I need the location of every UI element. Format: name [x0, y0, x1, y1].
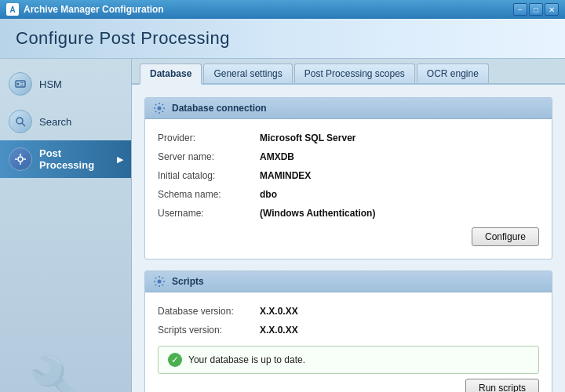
hsm-icon: [8, 71, 33, 96]
gear-icon: [153, 102, 166, 114]
username-value: (Windows Authentication): [260, 208, 375, 219]
server-name-label: Server name:: [158, 151, 260, 162]
username-label: Username:: [158, 208, 260, 219]
run-scripts-btn-row: Run scripts: [158, 374, 539, 392]
panel-content: Database connection Provider: Microsoft …: [132, 85, 565, 392]
tab-ocr-engine[interactable]: OCR engine: [417, 64, 489, 83]
status-ok-icon: ✓: [168, 353, 182, 367]
svg-point-1: [17, 83, 20, 85]
tab-general-settings[interactable]: General settings: [203, 64, 292, 83]
post-processing-icon: [8, 147, 33, 172]
initial-catalog-label: Initial catalog:: [158, 170, 260, 181]
initial-catalog-value: MAMINDEX: [260, 170, 311, 181]
scripts-header: Scripts: [145, 271, 552, 292]
tab-post-processing-scopes[interactable]: Post Processing scopes: [294, 64, 415, 83]
sidebar-item-search[interactable]: Search: [0, 103, 131, 140]
svg-rect-3: [20, 85, 24, 85]
scripts-version-row: Scripts version: X.X.0.XX: [158, 321, 539, 339]
database-connection-body: Provider: Microsoft SQL Server Server na…: [145, 119, 552, 259]
server-name-value: AMXDB: [260, 151, 294, 162]
database-connection-section: Database connection Provider: Microsoft …: [144, 97, 552, 260]
svg-rect-2: [20, 82, 24, 83]
app-icon: A: [6, 3, 19, 16]
database-version-row: Database version: X.X.0.XX: [158, 302, 539, 321]
scripts-version-value: X.X.0.XX: [260, 325, 298, 336]
svg-point-6: [18, 157, 23, 162]
scripts-section: Scripts Database version: X.X.0.XX Scrip…: [144, 270, 552, 392]
bg-wrench-icon: 🔧: [0, 353, 131, 392]
svg-line-5: [22, 123, 25, 126]
sidebar-label-search: Search: [39, 116, 71, 128]
schema-name-row: Schema name: dbo: [158, 185, 539, 204]
body-area: HSM Search: [0, 59, 565, 392]
title-bar: A Archive Manager Configuration − □ ✕: [0, 0, 565, 19]
provider-label: Provider:: [158, 132, 260, 143]
username-row: Username: (Windows Authentication): [158, 204, 539, 223]
configure-btn-row: Configure: [158, 223, 539, 249]
tab-database[interactable]: Database: [140, 64, 202, 85]
svg-point-12: [158, 280, 162, 284]
title-bar-text: Archive Manager Configuration: [24, 4, 508, 15]
status-message: Your database is up to date.: [188, 354, 305, 365]
server-name-row: Server name: AMXDB: [158, 147, 539, 166]
page-title-bar: Configure Post Processing: [0, 19, 565, 59]
sidebar: HSM Search: [0, 59, 132, 392]
search-icon: [8, 109, 33, 134]
window-controls: − □ ✕: [513, 3, 559, 16]
database-connection-header: Database connection: [145, 98, 552, 119]
close-button[interactable]: ✕: [545, 3, 559, 16]
arrow-icon: ▶: [117, 154, 123, 165]
status-box: ✓ Your database is up to date.: [158, 346, 539, 374]
scripts-body: Database version: X.X.0.XX Scripts versi…: [145, 292, 552, 392]
database-version-label: Database version:: [158, 306, 260, 317]
sidebar-label-hsm: HSM: [39, 78, 62, 90]
schema-name-label: Schema name:: [158, 189, 260, 200]
scripts-version-label: Scripts version:: [158, 325, 260, 336]
page-title: Configure Post Processing: [16, 28, 549, 49]
sidebar-item-hsm[interactable]: HSM: [0, 65, 131, 103]
svg-point-4: [16, 118, 23, 124]
provider-value: Microsoft SQL Server: [260, 132, 355, 143]
initial-catalog-row: Initial catalog: MAMINDEX: [158, 166, 539, 185]
minimize-button[interactable]: −: [513, 3, 527, 16]
configure-button[interactable]: Configure: [472, 227, 539, 246]
gear-icon-scripts: [153, 275, 166, 288]
scripts-title: Scripts: [172, 276, 204, 287]
tab-bar: Database General settings Post Processin…: [132, 59, 565, 85]
database-connection-title: Database connection: [172, 103, 267, 114]
main-panel: Database General settings Post Processin…: [132, 59, 565, 392]
svg-point-11: [158, 107, 162, 111]
sidebar-item-post-processing[interactable]: Post Processing ▶: [0, 140, 131, 178]
database-version-value: X.X.0.XX: [260, 306, 298, 317]
sidebar-label-post-processing: Post Processing: [39, 147, 111, 171]
run-scripts-button[interactable]: Run scripts: [465, 379, 539, 392]
maximize-button[interactable]: □: [529, 3, 543, 16]
provider-row: Provider: Microsoft SQL Server: [158, 129, 539, 147]
schema-name-value: dbo: [260, 189, 277, 200]
window-content: Configure Post Processing HSM: [0, 19, 565, 392]
